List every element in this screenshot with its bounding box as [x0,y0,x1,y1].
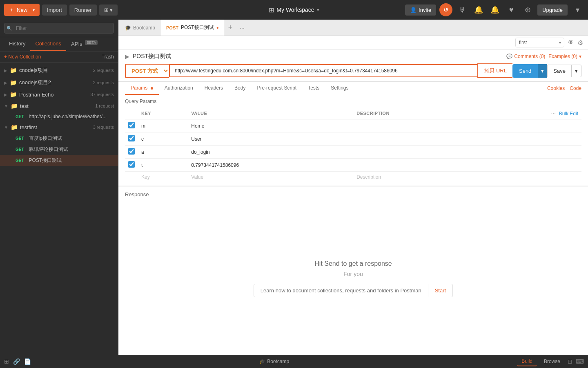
runner-button[interactable]: Runner [69,4,97,16]
method-select[interactable]: POST 方式 GET PUT DELETE [125,64,169,78]
bootcamp-tab[interactable]: 🎓 Bootcamp [120,22,160,33]
param-key-cell[interactable]: t [138,159,188,172]
filter-input[interactable] [4,23,114,34]
bottom-bar-right: Build Browse ⊡ ⌨ [517,357,584,366]
expand-arrow-icon[interactable]: ▶ [125,53,129,60]
param-checkbox-a[interactable] [128,148,135,155]
collection-header-cnodejs2[interactable]: ▶ 📁 cnodejs项目2 2 requests [0,76,118,89]
param-desc-cell[interactable] [353,159,474,172]
preview-icon[interactable]: 👁 [568,39,574,46]
tab-pre-request[interactable]: Pre-request Script [251,82,302,95]
environment-select[interactable]: first [515,38,564,47]
start-button[interactable]: Start [428,284,452,297]
build-tools-button[interactable]: ⊞ ▾ [99,4,118,16]
collection-name: Postman Echo [19,92,88,98]
bulk-edit-button[interactable]: Bulk Edit [559,111,578,117]
param-action-cell [474,146,581,159]
active-request-tab[interactable]: POST POST接口测试 ● [161,20,224,36]
bottom-icon-2[interactable]: 🔗 [13,358,20,365]
upgrade-button[interactable]: Upgrade [537,4,568,16]
param-desc-cell[interactable] [353,119,474,132]
param-value-cell[interactable]: do_login [188,146,353,159]
postman-sync-icon[interactable]: ↺ [439,3,452,16]
param-checkbox-m[interactable] [128,122,135,128]
param-value-cell[interactable]: Home [188,119,353,132]
code-link[interactable]: Code [570,85,581,91]
tab-collections[interactable]: Collections [30,37,66,51]
url-input[interactable] [169,64,477,77]
paste-url-button[interactable]: 拷贝 URL [477,63,512,78]
param-value-cell[interactable]: User [188,132,353,146]
tab-body[interactable]: Body [229,82,251,95]
mic-icon[interactable]: 🎙 [456,3,469,16]
param-action-cell [474,159,581,172]
param-key-cell[interactable]: m [138,119,188,132]
bottom-icon-3[interactable]: 📄 [24,358,31,365]
tab-history[interactable]: History [4,37,30,51]
collection-header-test[interactable]: ▼ 📁 test 1 request [0,100,118,112]
bottom-tab-build[interactable]: Build [517,357,537,366]
more-tabs-button[interactable]: ··· [236,23,248,33]
workspace-chevron-icon: ▾ [317,7,319,13]
param-checkbox-c[interactable] [128,135,135,141]
param-value-cell[interactable]: 0.7973441741586096 [188,159,353,172]
params-dot-indicator [151,87,153,90]
bottom-tab-browse[interactable]: Browse [540,357,564,366]
tab-authorization[interactable]: Authorization [159,82,199,95]
bottom-bar-left: ⊞ 🔗 📄 [4,358,31,365]
more-actions-button[interactable]: ··· [549,110,557,117]
nav-right-area: 👤 Invite ↺ 🎙 🔔 🔔 ♥ ⊕ Upgrade ▾ [405,3,584,16]
tab-params[interactable]: Params [125,82,159,95]
request-count: 2 requests [93,80,114,85]
request-panel: ▶ POST接口测试 💬 Comments (0) Examples (0) ▾ [118,49,588,186]
param-checkbox-t[interactable] [128,161,135,168]
collection-header-testfirst[interactable]: ▼ 📁 testfirst 3 requests [0,121,118,133]
tab-settings[interactable]: Settings [325,82,354,95]
upgrade-chevron-icon[interactable]: ▾ [571,3,584,16]
send-chevron-button[interactable]: ▾ [538,64,547,78]
collection-header-cnodejs[interactable]: ▶ 📁 cnodejs项目 2 requests [0,64,118,76]
examples-button[interactable]: Examples (0) ▾ [548,54,581,59]
keyboard-icon[interactable]: ⌨ [576,358,584,365]
authorization-tab-label: Authorization [165,85,193,91]
param-key-cell[interactable]: a [138,146,188,159]
bootcamp-bottom-label: Bootcamp [267,359,289,364]
heart-icon[interactable]: ♥ [505,3,518,16]
list-item[interactable]: GET 百度ip接口测试 [0,133,118,144]
tab-tests[interactable]: Tests [302,82,325,95]
cookies-link[interactable]: Cookies [547,85,565,91]
notification-icon[interactable]: 🔔 [488,3,501,16]
add-tab-button[interactable]: + [225,22,236,34]
import-button[interactable]: Import [42,4,67,16]
param-action-cell [474,132,581,146]
param-value-placeholder[interactable]: Value [188,172,353,183]
param-desc-placeholder[interactable]: Description [353,172,474,183]
param-key-placeholder[interactable]: Key [138,172,188,183]
new-collection-button[interactable]: + New Collection [4,54,41,60]
list-item-active[interactable]: GET POST接口测试 [0,155,118,166]
new-button[interactable]: ＋ New ▾ [4,4,40,16]
settings-icon[interactable]: ⚙ [577,39,583,47]
trash-button[interactable]: Trash [102,54,114,60]
save-button[interactable]: Save [547,65,572,77]
bell-icon[interactable]: 🔔 [472,3,485,16]
bottom-icon-1[interactable]: ⊞ [4,358,9,365]
param-key-cell[interactable]: c [138,132,188,146]
layout-icon[interactable]: ⊡ [568,358,572,365]
collections-tab-label: Collections [35,40,61,47]
param-desc-cell[interactable] [353,146,474,159]
invite-button[interactable]: 👤 Invite [405,4,436,16]
list-item[interactable]: GET 腾讯评论接口测试 [0,144,118,155]
response-empty-state: Hit Send to get a response For you Learn… [118,202,588,355]
save-chevron-button[interactable]: ▾ [572,65,581,77]
param-desc-cell[interactable] [353,132,474,146]
tab-apis[interactable]: APIs BETA [66,37,102,51]
plus-circle-icon[interactable]: ⊕ [521,3,534,16]
collection-header-postman-echo[interactable]: ▶ 📁 Postman Echo 37 requests [0,89,118,100]
tab-headers[interactable]: Headers [199,82,229,95]
comments-button[interactable]: 💬 Comments (0) [506,54,545,59]
list-item[interactable]: GET http://apis.juhe.cn/simpleWeather/..… [0,112,118,121]
send-button[interactable]: Send [512,64,538,78]
right-tabs: Cookies Code [547,85,581,91]
new-icon: ＋ [9,6,14,13]
